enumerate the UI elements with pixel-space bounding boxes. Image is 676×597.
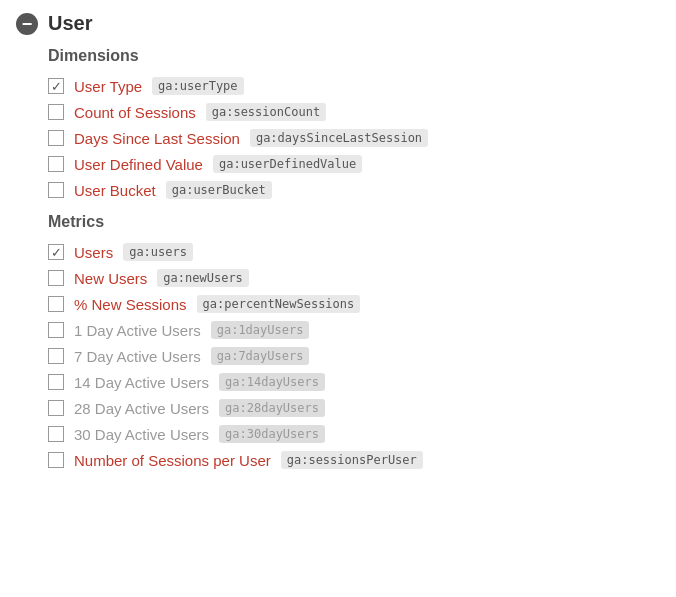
section-title: User [48,12,92,35]
list-item: User Defined Valuega:userDefinedValue [16,151,660,177]
list-item: New Usersga:newUsers [16,265,660,291]
checkbox[interactable] [48,182,64,198]
list-item: 7 Day Active Usersga:7dayUsers [16,343,660,369]
item-label: User Type [74,78,142,95]
list-item: 1 Day Active Usersga:1dayUsers [16,317,660,343]
item-label: 30 Day Active Users [74,426,209,443]
list-item: 28 Day Active Usersga:28dayUsers [16,395,660,421]
list-item: User Bucketga:userBucket [16,177,660,203]
checkbox[interactable] [48,374,64,390]
item-tag: ga:14dayUsers [219,373,325,391]
dimensions-list: ✓User Typega:userTypeCount of Sessionsga… [16,73,660,203]
dimensions-group-label: Dimensions [48,47,660,65]
item-tag: ga:28dayUsers [219,399,325,417]
checkbox[interactable] [48,400,64,416]
checkbox[interactable] [48,322,64,338]
checkbox[interactable]: ✓ [48,78,64,94]
collapse-icon[interactable]: − [16,13,38,35]
item-label: New Users [74,270,147,287]
checkbox[interactable]: ✓ [48,244,64,260]
list-item: 30 Day Active Usersga:30dayUsers [16,421,660,447]
item-tag: ga:daysSinceLastSession [250,129,428,147]
item-tag: ga:userBucket [166,181,272,199]
list-item: ✓User Typega:userType [16,73,660,99]
section-header: − User [16,12,660,35]
list-item: 14 Day Active Usersga:14dayUsers [16,369,660,395]
checkbox[interactable] [48,452,64,468]
checkbox[interactable] [48,156,64,172]
item-label: 1 Day Active Users [74,322,201,339]
item-tag: ga:percentNewSessions [197,295,361,313]
item-tag: ga:userType [152,77,243,95]
item-label: Days Since Last Session [74,130,240,147]
item-label: Users [74,244,113,261]
item-tag: ga:1dayUsers [211,321,310,339]
item-label: User Defined Value [74,156,203,173]
metrics-group-label: Metrics [48,213,660,231]
list-item: ✓Usersga:users [16,239,660,265]
item-tag: ga:newUsers [157,269,248,287]
item-tag: ga:30dayUsers [219,425,325,443]
item-tag: ga:userDefinedValue [213,155,362,173]
item-label: % New Sessions [74,296,187,313]
list-item: Number of Sessions per Userga:sessionsPe… [16,447,660,473]
item-label: 7 Day Active Users [74,348,201,365]
checkbox[interactable] [48,130,64,146]
item-tag: ga:sessionsPerUser [281,451,423,469]
list-item: Count of Sessionsga:sessionCount [16,99,660,125]
item-tag: ga:users [123,243,193,261]
item-label: Number of Sessions per User [74,452,271,469]
item-label: 28 Day Active Users [74,400,209,417]
item-label: 14 Day Active Users [74,374,209,391]
item-label: Count of Sessions [74,104,196,121]
metrics-list: ✓Usersga:usersNew Usersga:newUsers% New … [16,239,660,473]
checkbox[interactable] [48,426,64,442]
checkbox[interactable] [48,296,64,312]
item-tag: ga:sessionCount [206,103,326,121]
list-item: % New Sessionsga:percentNewSessions [16,291,660,317]
checkbox[interactable] [48,270,64,286]
list-item: Days Since Last Sessionga:daysSinceLastS… [16,125,660,151]
item-label: User Bucket [74,182,156,199]
item-tag: ga:7dayUsers [211,347,310,365]
checkbox[interactable] [48,348,64,364]
checkbox[interactable] [48,104,64,120]
